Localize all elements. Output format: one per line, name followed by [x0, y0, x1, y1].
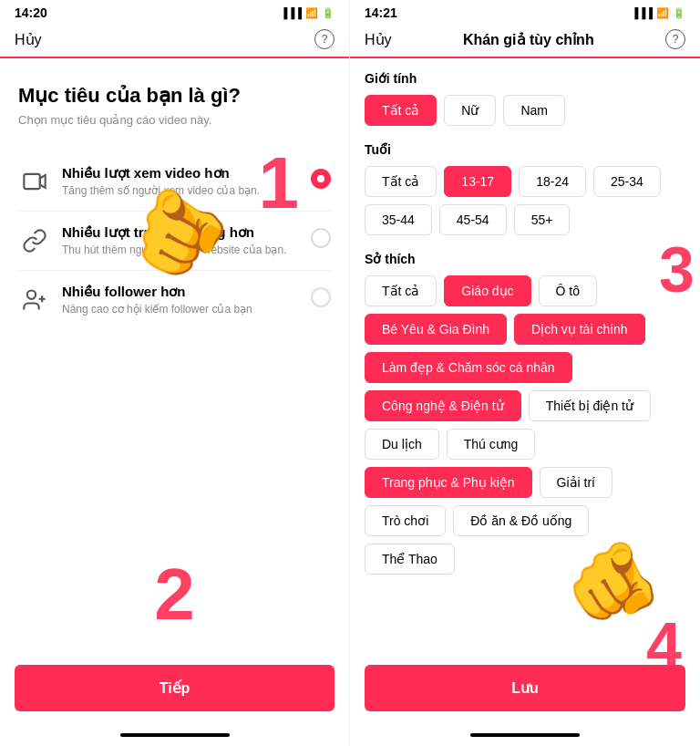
left-help-button[interactable]: ?: [314, 29, 335, 49]
gender-female-button[interactable]: Nữ: [444, 95, 496, 126]
interest-all[interactable]: Tất cả: [365, 275, 437, 306]
interest-games[interactable]: Trò chơi: [365, 505, 446, 536]
interest-education[interactable]: Giáo dục: [444, 275, 530, 306]
left-status-bar: 14:20 ▐▐▐ 📶 🔋: [0, 0, 349, 24]
interest-pets[interactable]: Thú cưng: [447, 429, 536, 460]
option-2-desc: Thu hút thêm người truy cập website của …: [62, 243, 304, 256]
option-2-title: Nhiều lượt truy cập trang hơn: [62, 224, 304, 241]
option-1-title: Nhiều lượt xem video hơn: [62, 165, 304, 181]
interest-sports[interactable]: Thể Thao: [365, 544, 455, 575]
svg-rect-0: [24, 174, 40, 189]
gender-all-button[interactable]: Tất cả: [365, 95, 437, 126]
age-group: Tất cả 13-17 18-24 25-34 35-44 45-54 55+: [365, 166, 685, 235]
interest-finance[interactable]: Dịch vụ tài chính: [514, 314, 645, 345]
wifi-icon-r: 📶: [656, 7, 669, 19]
gender-title: Giới tính: [365, 71, 685, 86]
interests-group: Tất cả Giáo dục Ô tô Bé Yêu & Gia Đình D…: [365, 275, 685, 575]
option-3-radio[interactable]: [311, 287, 331, 307]
page-subtitle: Chọn mục tiêu quảng cáo video này.: [18, 113, 331, 127]
interest-fashion[interactable]: Trang phục & Phụ kiện: [365, 467, 532, 498]
left-panel: 14:20 ▐▐▐ 📶 🔋 Hủy ? Mục tiêu của bạn là …: [0, 0, 350, 746]
interest-beauty[interactable]: Làm đẹp & Chăm sóc cá nhân: [365, 352, 572, 383]
right-help-button[interactable]: ?: [665, 29, 685, 49]
option-website-visits[interactable]: Nhiều lượt truy cập trang hơn Thu hút th…: [18, 212, 331, 271]
left-cancel-button[interactable]: Hủy: [15, 31, 42, 48]
battery-icon-r: 🔋: [673, 7, 685, 19]
right-cancel-button[interactable]: Hủy: [365, 31, 392, 48]
option-3-title: Nhiều follower hơn: [62, 284, 304, 300]
interests-title: Sở thích: [365, 252, 416, 266]
interest-baby-family[interactable]: Bé Yêu & Gia Đình: [365, 314, 507, 345]
age-45-54-button[interactable]: 45-54: [439, 204, 507, 235]
right-nav-title: Khán giả tùy chỉnh: [463, 31, 594, 48]
page-title: Mục tiêu của bạn là gì?: [18, 84, 331, 108]
left-content: Mục tiêu của bạn là gì? Chọn mục tiêu qu…: [0, 58, 349, 650]
option-1-text: Nhiều lượt xem video hơn Tăng thêm số ng…: [62, 165, 304, 197]
interest-auto[interactable]: Ô tô: [539, 275, 597, 306]
link-icon: [18, 224, 51, 257]
option-2-radio[interactable]: [311, 228, 331, 248]
interest-entertainment[interactable]: Giải trí: [540, 467, 612, 498]
age-18-24-button[interactable]: 18-24: [519, 166, 586, 197]
interest-travel[interactable]: Du lịch: [365, 429, 439, 460]
follower-icon: [18, 284, 51, 316]
video-icon: [18, 165, 51, 198]
left-time: 14:20: [15, 5, 47, 20]
interest-devices[interactable]: Thiết bị điện tử: [529, 390, 651, 421]
age-title: Tuổi: [365, 142, 685, 157]
option-3-text: Nhiều follower hơn Nâng cao cơ hội kiếm …: [62, 284, 304, 316]
left-status-icons: ▐▐▐ 📶 🔋: [281, 7, 335, 19]
right-status-icons: ▐▐▐ 📶 🔋: [632, 7, 685, 19]
option-followers[interactable]: Nhiều follower hơn Nâng cao cơ hội kiếm …: [18, 271, 331, 329]
left-top-nav: Hủy ?: [0, 24, 349, 58]
option-3-desc: Nâng cao cơ hội kiếm follower của bạn: [62, 303, 304, 316]
gender-group: Tất cả Nữ Nam: [365, 95, 685, 126]
option-1-desc: Tăng thêm số người xem video của bạn.: [62, 184, 304, 197]
gender-male-button[interactable]: Nam: [503, 95, 565, 126]
interest-food[interactable]: Đồ ăn & Đồ uống: [453, 505, 589, 536]
battery-icon: 🔋: [322, 7, 335, 19]
right-content: Giới tính Tất cả Nữ Nam Tuổi Tất cả 13-1…: [350, 58, 700, 650]
right-time: 14:21: [365, 5, 397, 20]
right-top-nav: Hủy Khán giả tùy chỉnh ?: [350, 24, 700, 58]
right-home-indicator: [470, 733, 580, 737]
signal-icon: ▐▐▐: [281, 7, 302, 18]
option-2-text: Nhiều lượt truy cập trang hơn Thu hút th…: [62, 224, 304, 256]
right-panel: 14:21 ▐▐▐ 📶 🔋 Hủy Khán giả tùy chỉnh ? G…: [350, 0, 700, 746]
next-button[interactable]: Tiếp: [15, 665, 335, 711]
interest-tech[interactable]: Công nghệ & Điện tử: [365, 390, 521, 421]
age-13-17-button[interactable]: 13-17: [444, 166, 511, 197]
age-25-34-button[interactable]: 25-34: [593, 166, 661, 197]
svg-point-1: [27, 291, 36, 299]
save-button[interactable]: Lưu: [365, 665, 685, 711]
signal-icon-r: ▐▐▐: [632, 7, 653, 18]
left-home-indicator: [120, 733, 230, 737]
age-55plus-button[interactable]: 55+: [514, 204, 571, 235]
wifi-icon: 📶: [305, 7, 318, 19]
age-all-button[interactable]: Tất cả: [365, 166, 437, 197]
right-status-bar: 14:21 ▐▐▐ 📶 🔋: [350, 0, 700, 24]
age-35-44-button[interactable]: 35-44: [365, 204, 432, 235]
option-1-radio[interactable]: [311, 169, 331, 189]
option-video-views[interactable]: Nhiều lượt xem video hơn Tăng thêm số ng…: [18, 152, 331, 212]
